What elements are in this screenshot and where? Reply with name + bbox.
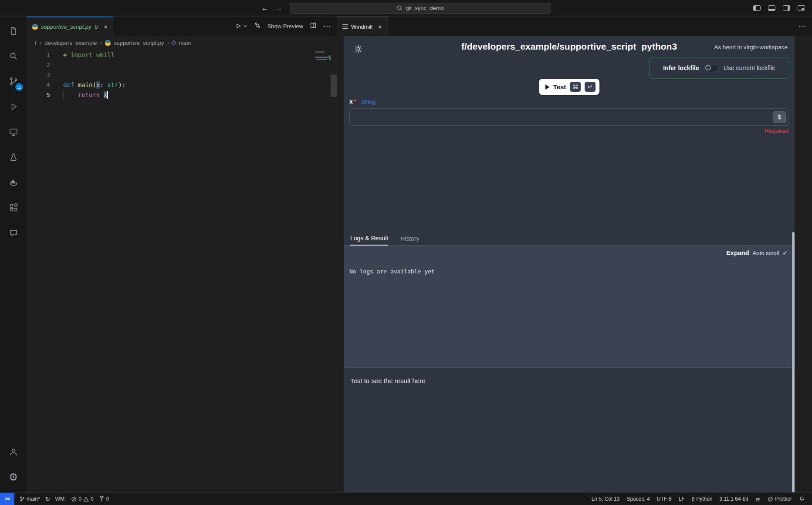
windmill-tab-actions: ⋯ (798, 17, 812, 36)
toggle-secondary-sidebar-icon[interactable] (783, 5, 790, 11)
code-line[interactable]: 5 return x (27, 90, 337, 100)
windmill-status[interactable]: WM: (53, 494, 68, 504)
activitybar-run-debug[interactable] (0, 94, 27, 119)
code-line[interactable]: 1# import wmill (27, 50, 337, 60)
git-branch-icon (19, 496, 25, 502)
activitybar-comments[interactable] (0, 220, 27, 246)
required-asterisk: * (354, 98, 356, 105)
expand-button[interactable]: Expand (726, 249, 749, 256)
code-line[interactable]: 2 (27, 60, 337, 70)
debug-status[interactable] (753, 494, 763, 504)
play-icon (545, 84, 549, 90)
customize-layout-icon[interactable] (798, 5, 805, 11)
status-bar: >< main* ↻ WM: 0 0 0 Ln 5 (0, 492, 812, 505)
infer-lockfile-label: Infer lockfile (663, 64, 699, 71)
more-actions-icon[interactable]: ⋯ (798, 23, 806, 30)
python-interpreter-status[interactable]: 3.11.1 64-bit (717, 494, 750, 504)
prettier-status[interactable]: Prettier (765, 494, 794, 504)
code-line[interactable]: 4def main(x: str): (27, 80, 337, 90)
lockfile-mode-box: Infer lockfile Use current lockfile (649, 57, 789, 79)
extensions-icon (8, 202, 19, 213)
indentation-status[interactable]: Spaces: 4 (624, 494, 652, 504)
language-status[interactable]: {} Python (690, 494, 715, 504)
cursor-position-status[interactable]: Ln 5, Col 13 (589, 494, 622, 504)
activitybar-remote-explorer[interactable] (0, 119, 27, 145)
activitybar-extensions[interactable] (0, 195, 27, 220)
activitybar-testing[interactable] (0, 145, 27, 170)
more-actions-icon[interactable]: ⋯ (323, 23, 331, 30)
account-icon (8, 447, 19, 457)
back-arrow-icon[interactable]: ← (261, 4, 268, 12)
notifications-status[interactable] (797, 494, 807, 504)
infer-lockfile-toggle[interactable] (704, 64, 719, 72)
chevron-right-icon: › (100, 39, 102, 46)
activitybar-docker[interactable] (0, 170, 27, 195)
gear-icon: ⚙ (9, 472, 18, 482)
activitybar-explorer[interactable] (0, 18, 27, 44)
breadcrumb-file[interactable]: supportive_script.py (114, 40, 164, 46)
code-lines: 1# import wmill234def main(x: str):5 ret… (27, 50, 337, 100)
argument-x-input[interactable] (354, 113, 773, 121)
split-editor-button[interactable] (310, 22, 317, 30)
tab-supportive-script[interactable]: supportive_script.py U × (27, 17, 113, 36)
error-count: 0 (78, 496, 81, 502)
comment-icon (8, 228, 19, 238)
autoscroll-label[interactable]: Auto scroll (753, 250, 779, 256)
toggle-sidebar-icon[interactable] (753, 5, 761, 11)
encoding-status[interactable]: UTF-8 (655, 494, 674, 504)
breadcrumb-folder[interactable]: f (35, 40, 37, 46)
ports-status[interactable]: 0 (97, 494, 112, 504)
show-preview-button[interactable]: Show Preview (267, 23, 303, 30)
code-line[interactable]: 3 (27, 70, 337, 80)
webview-scrollbar[interactable] (792, 232, 795, 492)
enter-key-icon: ↵ (585, 82, 595, 92)
editor-tab-bar: supportive_script.py U × Show Preview (27, 17, 337, 36)
open-changes-button[interactable] (254, 22, 261, 30)
sync-changes-button[interactable]: ↻ (43, 494, 52, 504)
windmill-webview: f/developers_example/supportive_scriptpy… (344, 36, 795, 492)
scm-badge: 11 (15, 83, 23, 91)
tab-history[interactable]: History (400, 235, 420, 245)
run-python-file-button[interactable] (235, 23, 247, 30)
test-button[interactable]: Test ⌘ ↵ (539, 79, 600, 95)
activitybar-search[interactable] (0, 44, 27, 69)
editor-scrollbar[interactable] (331, 74, 337, 97)
command-center-search[interactable]: git_sync_demo (290, 3, 551, 14)
circle-slash-icon (768, 496, 773, 502)
argument-name: x (349, 98, 353, 105)
title-bar: ← → git_sync_demo (0, 0, 812, 17)
windmill-tab-bar: Windmill × ⋯ (337, 17, 812, 36)
breadcrumb-folder[interactable]: developers_example (44, 40, 97, 46)
minimap[interactable] (313, 49, 331, 492)
use-current-lockfile-label: Use current lockfile (724, 64, 775, 71)
braces-icon: {} (692, 496, 694, 502)
breadcrumb-symbol[interactable]: main (179, 40, 191, 46)
code-editor[interactable]: 1# import wmill234def main(x: str):5 ret… (27, 49, 337, 492)
search-text: git_sync_demo (406, 5, 443, 11)
python-file-icon (32, 24, 38, 30)
eol-status[interactable]: LF (677, 494, 687, 504)
symbol-method-icon (172, 40, 176, 45)
run-debug-icon (8, 101, 19, 112)
workspace-note: As henri in virgin-workspace (714, 44, 788, 50)
chevron-down-icon (243, 24, 247, 28)
forward-arrow-icon[interactable]: → (275, 4, 283, 12)
remote-indicator[interactable]: >< (0, 493, 14, 505)
close-icon[interactable]: × (104, 24, 108, 30)
git-branch-status[interactable]: main* (17, 494, 42, 504)
activitybar-account[interactable] (0, 439, 27, 465)
activitybar-source-control[interactable]: 11 (0, 69, 27, 94)
activitybar-settings[interactable]: ⚙ (0, 465, 27, 490)
variable-picker-button[interactable]: $ (773, 111, 786, 123)
close-icon[interactable]: × (378, 24, 382, 30)
warning-count: 0 (91, 496, 94, 502)
git-untracked-badge: U (95, 24, 98, 30)
toggle-panel-icon[interactable] (768, 5, 775, 11)
tab-windmill[interactable]: Windmill × (337, 17, 388, 36)
problems-status[interactable]: 0 0 (69, 494, 95, 504)
search-icon (8, 51, 19, 61)
tab-logs-result[interactable]: Logs & Result (350, 235, 388, 246)
radio-tower-icon (99, 496, 105, 502)
breadcrumb: f › developers_example › supportive_scri… (27, 36, 337, 49)
beaker-icon (8, 152, 19, 162)
